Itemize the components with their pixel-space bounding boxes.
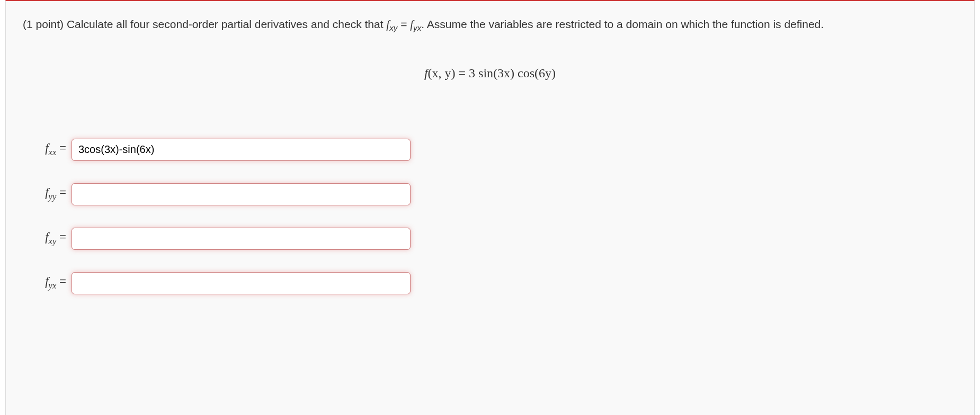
eq-args: (x, y) [428,66,456,80]
statement-part1: Calculate all four second-order partial … [67,18,386,30]
answer-row-fxx: fxx = [31,139,957,161]
answer-row-fyy: fyy = [31,183,957,205]
problem-statement: (1 point) Calculate all four second-orde… [23,16,957,34]
label-fxy: fxy = [31,230,72,247]
answer-row-fxy: fxy = [31,228,957,250]
fxy-eq: = [56,230,66,243]
fxx-eq: = [56,141,66,155]
eq-arg2: (6y) [534,66,556,80]
input-fxx[interactable] [72,139,411,161]
eq-sin: sin [478,66,493,80]
points-label: (1 point) [23,18,67,30]
problem-container: (1 point) Calculate all four second-orde… [5,0,975,415]
input-fyx[interactable] [72,272,411,294]
eq-equals: = [456,66,469,80]
input-fyy[interactable] [72,183,411,205]
fyx-sub: yx [49,281,57,291]
function-equation: f(x, y) = 3 sin(3x) cos(6y) [23,66,957,80]
input-fxy[interactable] [72,228,411,250]
fyx-sub: yx [413,23,421,32]
statement-part2: . Assume the variables are restricted to… [421,18,824,30]
eq-arg1: (3x) [493,66,518,80]
label-fyx: fyx = [31,275,72,291]
eq-f: f [424,66,428,80]
fxx-sub: xx [49,147,57,157]
label-fyy: fyy = [31,186,72,202]
fyy-eq: = [56,186,66,199]
eq-cos: cos [518,66,534,80]
fyy-sub: yy [49,192,57,202]
fxy-sub: xy [389,23,397,32]
equals-1: = [397,18,410,30]
answer-row-fyx: fyx = [31,272,957,294]
eq-coeff: 3 [469,66,478,80]
fxy-sub: xy [49,236,57,246]
fyx-eq: = [56,275,66,288]
label-fxx: fxx = [31,141,72,158]
